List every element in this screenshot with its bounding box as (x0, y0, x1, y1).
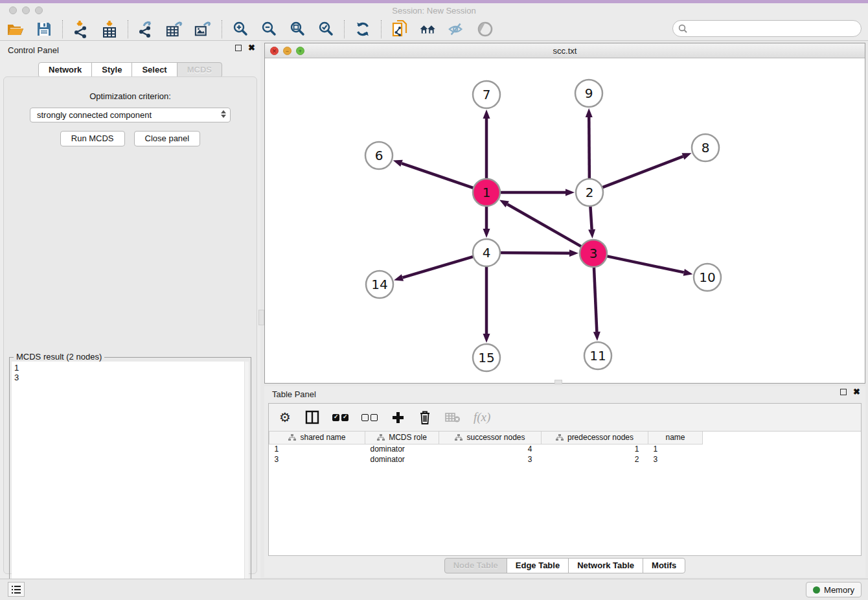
tab-select[interactable]: Select (131, 62, 177, 78)
float-panel-icon[interactable] (235, 45, 242, 51)
close-panel-icon[interactable]: ✖ (248, 45, 255, 51)
select-all-columns-icon[interactable] (332, 409, 348, 426)
edge-arrow-2-8 (681, 153, 691, 159)
edge-arrow-1-7 (483, 110, 490, 119)
control-panel-title: Control Panel (0, 45, 59, 55)
close-panel-button[interactable]: Close panel (134, 131, 201, 146)
add-column-icon[interactable] (391, 409, 405, 426)
criterion-dropdown-value: strongly connected component (37, 110, 152, 120)
import-network-icon[interactable] (72, 20, 90, 38)
vertical-splitter-grip[interactable] (258, 310, 264, 325)
table-cell[interactable]: dominator (365, 454, 439, 465)
node-label-10: 10 (699, 270, 715, 285)
horizontal-splitter-grip[interactable] (554, 380, 562, 384)
table-row[interactable]: 3dominator323 (269, 454, 703, 465)
table-options-icon[interactable]: ⚙ (278, 409, 292, 426)
search-input[interactable] (691, 22, 861, 35)
edge-2-8[interactable] (601, 156, 683, 188)
table-toolbar: ⚙ f(x) (269, 404, 861, 432)
column-panel-icon[interactable] (305, 409, 319, 426)
node-label-6: 6 (375, 148, 383, 163)
tab-style[interactable]: Style (91, 62, 132, 78)
edge-3-10[interactable] (606, 256, 684, 272)
node-label-11: 11 (589, 348, 606, 363)
memory-status-icon (813, 586, 820, 594)
delete-columns-icon[interactable] (418, 409, 432, 426)
table-cell[interactable]: 4 (439, 444, 542, 454)
mcds-result-group: MCDS result (2 nodes) 1 3 (9, 357, 251, 600)
export-network-icon[interactable] (137, 20, 155, 38)
table-cell[interactable]: 3 (269, 454, 365, 465)
float-table-panel-icon[interactable] (840, 389, 847, 395)
node-label-3: 3 (589, 246, 598, 261)
column-header-MCDS-role[interactable]: MCDS role (365, 432, 439, 444)
node-label-8: 8 (702, 140, 710, 156)
criterion-dropdown[interactable]: strongly connected component (30, 108, 231, 122)
table-cell[interactable]: 3 (439, 454, 542, 465)
task-history-button[interactable] (8, 582, 25, 597)
duplicate-network-icon[interactable] (391, 20, 409, 38)
save-session-icon[interactable] (35, 20, 53, 38)
first-neighbors-icon[interactable] (419, 20, 437, 38)
table-cell[interactable]: dominator (365, 444, 439, 454)
show-all-icon[interactable] (476, 20, 494, 38)
node-table[interactable]: shared nameMCDS rolesuccessor nodesprede… (269, 432, 861, 555)
table-cell[interactable]: 1 (542, 444, 648, 454)
dropdown-stepper-icon (221, 110, 226, 118)
node-label-15: 15 (478, 350, 494, 365)
edge-arrow-1-4 (483, 229, 490, 238)
zoom-selected-icon[interactable] (317, 20, 335, 38)
node-label-7: 7 (483, 87, 491, 102)
table-cell[interactable]: 1 (269, 444, 365, 454)
tab-node-table[interactable]: Node Table (444, 558, 507, 573)
edge-2-3[interactable] (590, 205, 591, 229)
tab-network-table[interactable]: Network Table (568, 558, 643, 573)
edge-arrow-4-15 (483, 334, 490, 343)
zoom-in-icon[interactable] (231, 20, 249, 38)
edge-1-6[interactable] (402, 163, 475, 189)
import-table-icon[interactable] (100, 20, 119, 38)
column-header-shared-name[interactable]: shared name (269, 432, 365, 444)
export-table-icon[interactable] (166, 20, 184, 38)
export-image-icon[interactable] (194, 20, 212, 38)
close-table-panel-icon[interactable]: ✖ (853, 389, 860, 395)
zoom-fit-icon[interactable] (288, 20, 306, 38)
edge-4-3[interactable] (499, 253, 569, 253)
apply-layout-icon[interactable] (354, 20, 372, 38)
tab-network[interactable]: Network (38, 62, 92, 78)
function-builder-icon[interactable]: f(x) (474, 409, 490, 426)
edge-arrow-3-1 (499, 200, 509, 207)
tab-motifs[interactable]: Motifs (643, 558, 685, 573)
tab-mcds[interactable]: MCDS (177, 62, 222, 78)
table-cell[interactable]: 3 (648, 454, 703, 465)
edge-4-14[interactable] (402, 256, 474, 277)
node-label-9: 9 (585, 86, 593, 101)
hide-selected-icon[interactable] (448, 20, 466, 38)
unselect-all-columns-icon[interactable] (361, 409, 378, 426)
edge-2-9[interactable] (589, 117, 589, 180)
edge-3-11[interactable] (594, 266, 597, 332)
column-header-name[interactable]: name (648, 432, 703, 444)
run-mcds-button[interactable]: Run MCDS (60, 131, 125, 146)
memory-button[interactable]: Memory (806, 582, 862, 597)
zoom-out-icon[interactable] (260, 20, 278, 38)
table-row[interactable]: 1dominator411 (269, 444, 703, 454)
edge-arrow-2-3 (588, 229, 595, 238)
table-cell[interactable]: 1 (648, 444, 703, 454)
column-header-successor-nodes[interactable]: successor nodes (439, 432, 542, 444)
result-scrollbar[interactable] (244, 362, 249, 599)
mcds-result-title: MCDS result (2 nodes) (14, 352, 104, 362)
open-session-icon[interactable] (6, 20, 25, 38)
network-canvas[interactable]: 7968124314101511 (265, 58, 865, 383)
mcds-panel: Optimization criterion: strongly connect… (3, 76, 257, 574)
mcds-result-text[interactable]: 1 3 (12, 362, 244, 599)
delete-table-icon[interactable] (445, 409, 461, 426)
tab-edge-table[interactable]: Edge Table (507, 558, 569, 573)
table-cell[interactable]: 2 (542, 454, 648, 465)
edge-3-1[interactable] (507, 204, 582, 247)
column-header-predecessor-nodes[interactable]: predecessor nodes (542, 432, 648, 444)
network-window-titlebar[interactable]: ✕ − + scc.txt (265, 43, 865, 58)
search-field[interactable] (672, 20, 862, 37)
edge-arrow-1-2 (565, 189, 575, 196)
window-titlebar: Session: New Session (0, 3, 868, 17)
